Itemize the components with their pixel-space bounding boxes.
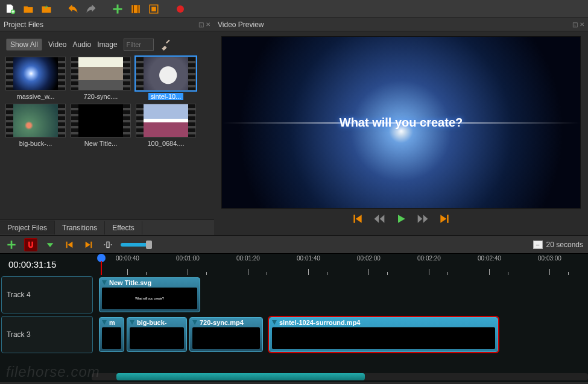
- filter-input[interactable]: [124, 39, 154, 51]
- tab-transitions[interactable]: Transitions: [55, 221, 105, 234]
- zoom-slider[interactable]: [121, 243, 193, 247]
- zoom-label-text: 20 seconds: [546, 241, 583, 249]
- svg-rect-2: [133, 5, 134, 13]
- clip-thumbnail: What will you create?: [102, 288, 197, 309]
- razor-dropdown[interactable]: [43, 238, 57, 251]
- project-files-title: Project Files: [4, 20, 43, 29]
- preview-caption: What will you create?: [340, 116, 463, 130]
- playhead[interactable]: [97, 254, 106, 275]
- track-row: Track 3mbig-buck-720-sync.mp4sintel-1024…: [0, 315, 588, 354]
- project-files-titlebar: Project Files ◱ ✕: [0, 18, 214, 31]
- new-file-button[interactable]: [4, 2, 17, 16]
- jump-end-button[interactable]: [438, 213, 450, 227]
- panel-dock-icons[interactable]: ◱ ✕: [572, 21, 584, 28]
- project-file-item[interactable]: 720-sync....: [70, 57, 131, 100]
- top-toolbar: [0, 0, 588, 18]
- project-file-item[interactable]: massive_w...: [5, 57, 66, 100]
- next-marker-button[interactable]: [82, 238, 95, 251]
- timeline-clip[interactable]: New Title.svgWhat will you create?: [99, 277, 200, 312]
- video-preview-panel: Video Preview ◱ ✕ What will you create?: [214, 18, 588, 235]
- track-body[interactable]: mbig-buck-720-sync.mp4sintel-1024-surrou…: [94, 315, 588, 354]
- ruler-tick: 00:01:40: [297, 254, 320, 275]
- clip-thumbnail: [102, 327, 121, 349]
- timeline-scrollbar[interactable]: [0, 371, 588, 382]
- snap-toggle[interactable]: [24, 238, 37, 251]
- clip-title: big-buck-: [127, 318, 186, 327]
- open-file-button[interactable]: [22, 2, 35, 16]
- project-file-label: 720-sync....: [84, 93, 118, 100]
- add-track-button[interactable]: [5, 238, 18, 251]
- project-file-label: 100_0684....: [147, 140, 184, 147]
- project-file-label: big-buck-...: [19, 140, 52, 147]
- track-body[interactable]: New Title.svgWhat will you create?: [94, 275, 588, 315]
- track-header[interactable]: Track 4: [1, 276, 93, 313]
- filter-audio[interactable]: Audio: [73, 40, 92, 49]
- redo-button[interactable]: [84, 2, 98, 16]
- project-file-label: New Title...: [84, 140, 117, 147]
- project-file-item[interactable]: 100_0684....: [135, 104, 197, 147]
- panel-tabs: Project Files Transitions Effects: [0, 219, 214, 235]
- clip-thumbnail: [272, 327, 495, 349]
- add-button[interactable]: [111, 2, 124, 16]
- clip-thumbnail: [130, 327, 184, 349]
- panel-dock-icons[interactable]: ◱ ✕: [198, 21, 210, 28]
- filter-show-all[interactable]: Show All: [6, 39, 42, 51]
- zoom-readout: – 20 seconds: [533, 241, 583, 249]
- tab-project-files[interactable]: Project Files: [0, 221, 55, 234]
- timeline-clip[interactable]: big-buck-: [127, 317, 187, 352]
- project-file-item[interactable]: big-buck-...: [5, 104, 66, 147]
- project-files-filter-row: Show All Video Audio Image: [4, 35, 210, 57]
- jump-start-button[interactable]: [352, 213, 364, 227]
- project-files-grid: massive_w...720-sync....sintel-10...big-…: [4, 57, 210, 147]
- current-time: 00:00:31:15: [0, 254, 92, 275]
- ruler-tick: 00:02:40: [478, 254, 501, 275]
- ruler-tick: 00:03:00: [538, 254, 561, 275]
- timeline-clip[interactable]: m: [99, 317, 124, 352]
- clip-title: m: [100, 318, 124, 327]
- video-preview-screen[interactable]: What will you create?: [221, 36, 581, 209]
- prev-marker-button[interactable]: [63, 238, 76, 251]
- svg-point-6: [177, 5, 184, 13]
- zoom-stepper[interactable]: –: [533, 241, 543, 249]
- project-file-item[interactable]: sintel-10...: [135, 57, 197, 100]
- tab-effects[interactable]: Effects: [105, 221, 142, 234]
- filter-video[interactable]: Video: [48, 40, 66, 49]
- video-preview-title: Video Preview: [218, 20, 264, 29]
- track-header[interactable]: Track 3: [1, 316, 93, 353]
- clip-thumbnail: [192, 327, 260, 349]
- svg-rect-3: [138, 5, 139, 13]
- video-preview-titlebar: Video Preview ◱ ✕: [214, 18, 588, 31]
- rewind-button[interactable]: [373, 213, 385, 227]
- svg-rect-7: [107, 242, 109, 247]
- undo-button[interactable]: [66, 2, 80, 16]
- ruler-tick: 00:02:20: [417, 254, 441, 275]
- filter-image[interactable]: Image: [97, 40, 117, 49]
- center-playhead-button[interactable]: [101, 238, 115, 251]
- record-button[interactable]: [174, 2, 187, 16]
- ruler-tick: 00:00:40: [116, 254, 139, 275]
- clip-title: New Title.svg: [100, 278, 200, 288]
- timeline-clip[interactable]: 720-sync.mp4: [189, 317, 263, 352]
- ruler-tick: 00:01:00: [176, 254, 200, 275]
- clear-filter-icon[interactable]: [160, 39, 172, 51]
- track-row: Track 4New Title.svgWhat will you create…: [0, 275, 588, 315]
- project-file-label: sintel-10...: [148, 93, 184, 100]
- timeline-clip[interactable]: sintel-1024-surround.mp4: [269, 317, 498, 352]
- ruler-tick: 00:01:20: [236, 254, 260, 275]
- play-button[interactable]: [395, 213, 407, 227]
- clip-title: 720-sync.mp4: [190, 318, 262, 327]
- clip-title: sintel-1024-surround.mp4: [270, 318, 498, 327]
- main-panels: Project Files ◱ ✕ Show All Video Audio I…: [0, 18, 588, 235]
- save-file-button[interactable]: [40, 2, 53, 16]
- svg-rect-5: [151, 7, 156, 11]
- project-file-item[interactable]: New Title...: [70, 104, 131, 147]
- fast-forward-button[interactable]: [417, 213, 429, 227]
- playback-controls: [221, 209, 581, 230]
- project-files-panel: Project Files ◱ ✕ Show All Video Audio I…: [0, 18, 214, 235]
- timeline-tracks: Track 4New Title.svgWhat will you create…: [0, 275, 588, 371]
- import-media-button[interactable]: [129, 2, 142, 16]
- svg-rect-1: [131, 5, 140, 13]
- timeline-ruler[interactable]: 00:00:31:15 00:00:4000:01:0000:01:2000:0…: [0, 253, 588, 275]
- export-frame-button[interactable]: [147, 2, 160, 16]
- ruler-tick: 00:02:00: [357, 254, 381, 275]
